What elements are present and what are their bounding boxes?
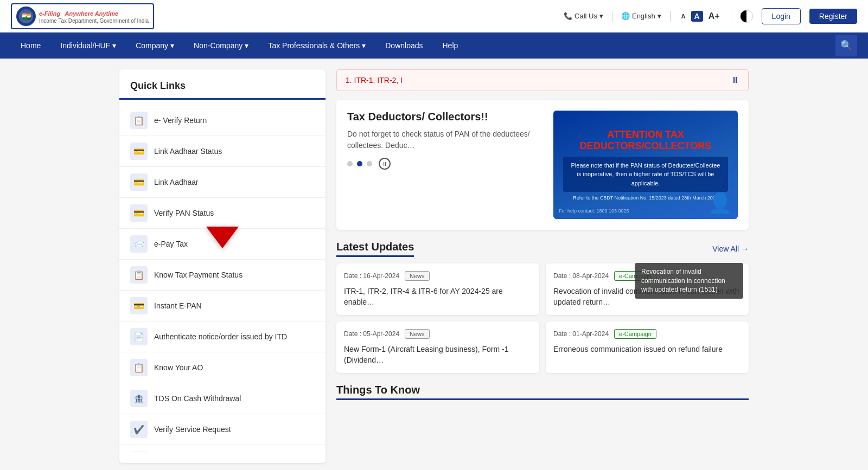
sidebar-scroll[interactable]: 📋 e- Verify Return 💳 Link Aadhaar Status… — [119, 105, 326, 452]
link-aadhaar-status-label: Link Aadhaar Status — [154, 147, 222, 156]
authenticate-notice-icon: 📄 — [130, 328, 148, 345]
tax-payment-status-icon: 📋 — [130, 266, 148, 284]
emblem-icon: 🇮🇳 — [16, 7, 36, 26]
tax-evasion-icon: 🔍 — [130, 452, 148, 452]
update-date-3: Date : 05-Apr-2024 — [344, 330, 399, 338]
divider-3 — [731, 11, 731, 22]
font-large-button[interactable]: A+ — [706, 10, 722, 22]
update-card[interactable]: Date : 08-Apr-2024 e-Campaign Revocation… — [546, 263, 749, 315]
things-to-know-section: Things To Know — [336, 384, 749, 400]
top-header: 🇮🇳 e-Filing Anywhere Anytime Income Tax … — [0, 0, 868, 33]
tax-evasion-label: Submit Information on Tax Evasion or Ben… — [154, 452, 315, 452]
login-button[interactable]: Login — [762, 8, 801, 24]
register-button[interactable]: Register — [809, 9, 857, 24]
efiling-label: e-Filing — [39, 10, 60, 17]
nav-non-company[interactable]: Non-Company ▾ — [184, 33, 258, 59]
update-text-3: New Form-1 (Aircraft Leasing business), … — [344, 344, 532, 365]
individual-dropdown-icon: ▾ — [112, 41, 116, 50]
know-your-ao-label: Know Your AO — [154, 363, 203, 372]
list-item[interactable]: 🔍 Submit Information on Tax Evasion or B… — [119, 445, 326, 452]
instant-epan-label: Instant E-PAN — [154, 301, 202, 310]
update-meta-4: Date : 01-Apr-2024 e-Campaign — [553, 329, 741, 339]
logo-text: e-Filing Anywhere Anytime Income Tax Dep… — [39, 8, 149, 24]
nav-help-label: Help — [443, 41, 458, 50]
view-all-label: View All — [712, 244, 739, 253]
list-item[interactable]: 💳 Verify PAN Status — [119, 198, 326, 229]
list-item[interactable]: 📋 Know Tax Payment Status — [119, 260, 326, 291]
carousel-pause-button[interactable]: ⏸ — [379, 158, 391, 170]
carousel-dot-3[interactable] — [367, 161, 372, 166]
list-item[interactable]: 💳 Link Aadhaar — [119, 167, 326, 198]
nav-tax-professionals[interactable]: Tax Professionals & Others ▾ — [258, 33, 375, 59]
nav-company-label: Company — [136, 41, 168, 50]
font-controls: A A A+ — [679, 10, 722, 22]
list-item[interactable]: 📋 Know Your AO — [119, 352, 326, 383]
carousel-dots: ⏸ — [347, 158, 542, 170]
view-all-button[interactable]: View All → — [712, 244, 749, 253]
instant-epan-icon: 💳 — [130, 297, 148, 314]
tds-cash-icon: 🏦 — [130, 390, 148, 407]
content-wrap: Quick Links 📋 e- Verify Return 💳 Link Aa… — [108, 69, 760, 463]
tds-cash-label: TDS On Cash Withdrawal — [154, 394, 241, 403]
header-right: 📞 Call Us ▾ 🌐 English ▾ A A A+ Login Reg… — [564, 8, 857, 24]
call-us-label: Call Us — [575, 12, 597, 20]
carousel-dot-2[interactable] — [357, 161, 362, 166]
search-button[interactable]: 🔍 — [835, 35, 857, 56]
list-item[interactable]: 📋 e- Verify Return — [119, 105, 326, 136]
font-small-button[interactable]: A — [679, 12, 688, 21]
update-text-4: Erroneous communication issued on refund… — [553, 344, 741, 355]
nav-help[interactable]: Help — [433, 33, 468, 59]
globe-icon: 🌐 — [621, 12, 630, 20]
lang-dropdown-icon: ▾ — [658, 12, 661, 20]
list-item[interactable]: ✔️ Verify Service Request — [119, 414, 326, 445]
view-all-arrow-icon: → — [741, 244, 749, 253]
nav-home[interactable]: Home — [11, 33, 50, 59]
update-date-1: Date : 16-Apr-2024 — [344, 272, 399, 280]
ticker-text: 1. ITR-1, ITR-2, I — [346, 76, 403, 85]
nav-downloads[interactable]: Downloads — [375, 33, 432, 59]
update-card[interactable]: Date : 01-Apr-2024 e-Campaign Erroneous … — [546, 321, 749, 373]
ticker-pause-icon[interactable]: ⏸ — [731, 75, 739, 85]
banner-description: Do not forget to check status of PAN of … — [347, 128, 542, 151]
list-item[interactable]: 📄 Authenticate notice/order issued by IT… — [119, 321, 326, 352]
tooltip-overlay: Revocation of invalid communication in c… — [635, 263, 743, 299]
latest-updates-title: Latest Updates — [336, 241, 414, 257]
update-card[interactable]: Date : 16-Apr-2024 News ITR-1, ITR-2, IT… — [336, 263, 539, 315]
language-selector[interactable]: 🌐 English ▾ — [621, 12, 661, 20]
nav-company[interactable]: Company ▾ — [126, 33, 184, 59]
logo-area: 🇮🇳 e-Filing Anywhere Anytime Income Tax … — [11, 3, 154, 29]
nav-individual[interactable]: Individual/HUF ▾ — [50, 33, 126, 59]
logo-subtitle: Income Tax Department, Government of Ind… — [39, 18, 149, 24]
main-nav: Home Individual/HUF ▾ Company ▾ Non-Comp… — [0, 33, 868, 59]
call-us-button[interactable]: 📞 Call Us ▾ — [564, 12, 603, 20]
main-content: 1. ITR-1, ITR-2, I ⏸ Tax Deductors/ Coll… — [336, 69, 749, 463]
update-card[interactable]: Date : 05-Apr-2024 News New Form-1 (Airc… — [336, 321, 539, 373]
banner-text-area: Tax Deductors/ Collectors!! Do not forge… — [347, 111, 542, 219]
call-dropdown-icon: ▾ — [599, 12, 603, 20]
svg-text:🇮🇳: 🇮🇳 — [22, 12, 31, 21]
tax-professionals-dropdown-icon: ▾ — [362, 41, 366, 50]
logo-box: 🇮🇳 e-Filing Anywhere Anytime Income Tax … — [11, 3, 154, 29]
things-to-know-title: Things To Know — [336, 384, 749, 400]
carousel-dot-1[interactable] — [347, 161, 353, 166]
list-item[interactable]: 🏦 TDS On Cash Withdrawal — [119, 383, 326, 414]
link-aadhaar-icon: 💳 — [130, 173, 148, 191]
nav-non-company-label: Non-Company — [194, 41, 242, 50]
updates-grid: Date : 16-Apr-2024 News ITR-1, ITR-2, IT… — [336, 263, 749, 373]
ticker-bar: 1. ITR-1, ITR-2, I ⏸ — [336, 69, 749, 91]
list-item[interactable]: 💳 Link Aadhaar Status — [119, 136, 326, 167]
contrast-button[interactable] — [740, 10, 753, 23]
authenticate-notice-label: Authenticate notice/order issued by ITD — [154, 332, 287, 341]
link-aadhaar-label: Link Aadhaar — [154, 178, 199, 186]
sidebar-title: Quick Links — [119, 80, 326, 100]
list-item[interactable]: 💳 Instant E-PAN — [119, 291, 326, 321]
link-aadhaar-status-icon: 💳 — [130, 143, 148, 160]
nav-downloads-label: Downloads — [385, 41, 423, 50]
verify-pan-icon: 💳 — [130, 204, 148, 222]
phone-icon: 📞 — [564, 12, 572, 20]
banner-img-title: ATTENTION TAXDEDUCTORS/COLLECTORS — [559, 129, 732, 152]
arrow-indicator — [206, 227, 239, 248]
banner-section: Tax Deductors/ Collectors!! Do not forge… — [336, 100, 749, 230]
font-medium-button[interactable]: A — [691, 11, 703, 22]
divider-1 — [612, 11, 612, 22]
